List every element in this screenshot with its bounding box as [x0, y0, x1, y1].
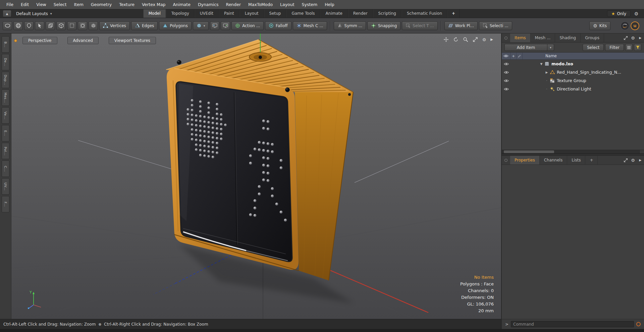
tree-horizontal-scrollbar[interactable] [502, 150, 644, 154]
layout-tab-layout[interactable]: Layout [239, 9, 264, 18]
list-options-button[interactable] [625, 44, 633, 51]
kits-button[interactable]: ⚙ Kits [589, 21, 610, 30]
layout-jump-button[interactable]: ▲ [3, 10, 11, 17]
visibility-eye-icon[interactable] [502, 71, 511, 74]
tab-shading[interactable]: Shading [555, 34, 581, 42]
only-toggle[interactable]: ★ Only [607, 10, 631, 17]
menu-file[interactable]: File [3, 0, 17, 9]
layout-preset-dropdown[interactable]: Default Layouts ▾ [13, 9, 55, 18]
tab-mesh-ops[interactable]: Mesh ... [531, 34, 555, 42]
edit-column-pencil-icon[interactable] [517, 53, 523, 59]
viewport-3d[interactable]: Perspective Advanced Viewport Textures ⚙… [11, 34, 501, 319]
shading-mode-button[interactable]: Advanced [67, 37, 99, 44]
menu-vertex-map[interactable]: Vertex Map [138, 0, 169, 9]
viewport-options-play-icon[interactable]: ▶ [490, 38, 493, 41]
toolbox-tab-mesh-edit[interactable]: Mes... [2, 89, 9, 106]
sphere-primitive-button[interactable] [13, 21, 23, 30]
add-item-button[interactable]: Add Item [504, 44, 547, 51]
menu-texture[interactable]: Texture [115, 0, 138, 9]
toolbox-tab-basic[interactable]: B... [2, 36, 9, 53]
toolbox-tab-polygon[interactable]: Pol... [2, 143, 9, 159]
menu-view[interactable]: View [33, 0, 50, 9]
menu-render[interactable]: Render [222, 0, 245, 9]
add-item-dropdown[interactable]: ▾ [547, 44, 554, 51]
tree-row-mesh[interactable]: ▶ Red_Hand_Sign_Indicating_N... [502, 68, 644, 76]
select-through-button[interactable]: Select T ... [402, 21, 437, 30]
toolbox-tab-uv[interactable]: UV... [2, 178, 9, 195]
tree-row-directional-light[interactable]: · Directional Light [502, 85, 644, 93]
tab-add[interactable]: + [585, 156, 598, 164]
sync-sphere-button[interactable] [621, 21, 629, 30]
menu-layout[interactable]: Layout [276, 0, 298, 9]
menu-select[interactable]: Select [50, 0, 70, 9]
ukit-logo-button[interactable]: u [631, 21, 639, 30]
add-column-icon[interactable]: + [511, 53, 517, 59]
toolbox-tab-curves[interactable]: C... [2, 160, 9, 177]
filter-button[interactable]: Filter [605, 44, 624, 51]
ghost-view-button[interactable] [210, 21, 219, 30]
panel-play-icon[interactable]: ▶ [637, 156, 644, 164]
pan-icon[interactable] [443, 37, 449, 42]
viewport-gear-icon[interactable]: ⚙ [482, 38, 486, 42]
drop-tool-button[interactable] [24, 21, 34, 30]
toolbox-tab-duplicate[interactable]: Dup... [2, 72, 9, 88]
menu-item[interactable]: Item [70, 0, 87, 9]
menu-system[interactable]: System [298, 0, 321, 9]
expand-arrow-icon[interactable]: ▼ [539, 62, 544, 66]
polygons-mode-button[interactable]: Polygons [159, 21, 191, 30]
snapping-button[interactable]: Snapping [367, 21, 400, 30]
expand-panel-icon[interactable] [622, 34, 629, 42]
edges-mode-button[interactable]: Edges [131, 21, 158, 30]
panel-gear-icon[interactable]: ⚙ [629, 34, 637, 42]
perspective-button[interactable]: Perspective [22, 37, 57, 44]
expand-arrow-icon[interactable]: ▶ [544, 71, 549, 74]
menu-geometry[interactable]: Geometry [87, 0, 115, 9]
scrollbar-thumb[interactable] [504, 150, 554, 153]
visibility-eye-icon[interactable] [502, 62, 511, 66]
panel-menu-dot[interactable] [504, 37, 507, 40]
visibility-eye-icon[interactable] [502, 79, 511, 82]
orbit-icon[interactable] [453, 37, 459, 42]
tab-groups[interactable]: Groups [581, 34, 604, 42]
tree-row-texture-group[interactable]: · Texture Group [502, 76, 644, 85]
layout-tab-scripting[interactable]: Scripting [373, 9, 401, 18]
viewport-menu-dot[interactable] [14, 39, 17, 42]
visibility-eye-icon[interactable] [502, 87, 511, 91]
proxy-view-button[interactable] [221, 21, 230, 30]
select-button[interactable]: Select [583, 44, 604, 51]
zoom-icon[interactable] [463, 37, 468, 42]
layoutbar-gear-icon[interactable]: ⚙ [631, 9, 642, 18]
layout-tab-model[interactable]: Model [143, 9, 166, 18]
maximize-icon[interactable] [473, 37, 478, 42]
panel-menu-dot[interactable] [504, 159, 507, 162]
panel-gear-icon[interactable]: ⚙ [629, 156, 637, 164]
ellipse-primitive-button[interactable] [3, 21, 12, 30]
tab-properties[interactable]: Properties [510, 156, 540, 164]
symmetry-button[interactable]: Symm ... [334, 21, 366, 30]
layout-tab-topology[interactable]: Topology [166, 9, 195, 18]
item-mode-button[interactable] [89, 21, 98, 30]
toolbox-tab-deform[interactable]: De... [2, 54, 9, 70]
radial-select-button[interactable] [78, 21, 87, 30]
tab-channels[interactable]: Channels [540, 156, 568, 164]
command-history-ring-icon[interactable] [636, 322, 641, 326]
mesh-constraint-button[interactable]: Mesh C ... [293, 21, 327, 30]
menu-maxtomodo[interactable]: MaxToModo [245, 0, 276, 9]
tree-item-label[interactable]: Red_Hand_Sign_Indicating_N... [557, 70, 621, 75]
menu-edit[interactable]: Edit [17, 0, 33, 9]
layout-tab-schematic-fusion[interactable]: Schematic Fusion [401, 9, 447, 18]
command-input[interactable] [511, 321, 634, 327]
layout-tab-paint[interactable]: Paint [219, 9, 239, 18]
tree-item-label[interactable]: Texture Group [557, 78, 586, 83]
toolbox-tab-vertex[interactable]: Ve... [2, 107, 9, 124]
cube-primitive-button[interactable] [56, 21, 66, 30]
duplicate-tool-button[interactable] [46, 21, 55, 30]
toolbox-tab-fusion[interactable]: F... [2, 196, 9, 212]
vertices-mode-button[interactable]: Vertices [99, 21, 130, 30]
falloff-button[interactable]: Falloff [265, 21, 291, 30]
layout-tab-render[interactable]: Render [348, 9, 373, 18]
selection-sets-button[interactable]: Selecti ... [479, 21, 512, 30]
panel-play-icon[interactable]: ▶ [637, 34, 644, 42]
layout-tab-add[interactable]: + [447, 9, 460, 18]
item-mode-dropdown[interactable]: ▾ [193, 21, 209, 30]
